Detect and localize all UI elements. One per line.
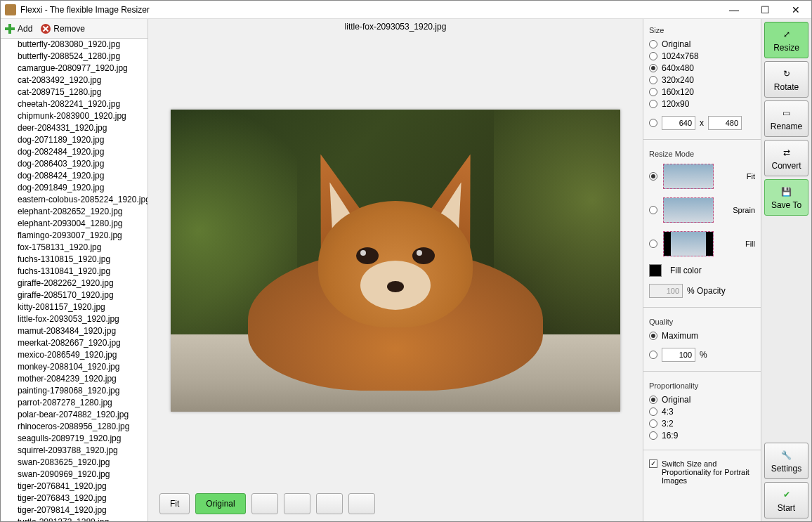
- tab-convert[interactable]: ⇄Convert: [764, 140, 808, 176]
- rotate-icon: ↻: [780, 67, 794, 81]
- file-item[interactable]: tiger-2076841_1920.jpg: [1, 481, 148, 492]
- file-item[interactable]: giraffe-2085170_1920.jpg: [1, 289, 148, 301]
- settings-button[interactable]: 🔧Settings: [764, 443, 808, 479]
- close-button[interactable]: ✕: [780, 1, 811, 19]
- file-item[interactable]: dog-2082484_1920.jpg: [1, 146, 148, 158]
- file-item[interactable]: little-fox-2093053_1920.jpg: [1, 313, 148, 325]
- file-item[interactable]: monkey-2088104_1920.jpg: [1, 361, 148, 373]
- file-list[interactable]: butterfly-2083080_1920.jpgbutterfly-2088…: [1, 39, 148, 521]
- mode-sprain-radio[interactable]: Sprain: [649, 197, 755, 223]
- quality-max-radio[interactable]: Maximum: [649, 331, 755, 341]
- prop-option[interactable]: 16:9: [649, 431, 755, 441]
- radio-icon: [649, 172, 657, 181]
- file-item[interactable]: dog-2086403_1920.jpg: [1, 158, 148, 170]
- radio-icon: [649, 332, 657, 340]
- file-item[interactable]: butterfly-2083080_1920.jpg: [1, 39, 148, 51]
- next-button[interactable]: [348, 493, 375, 514]
- file-item[interactable]: meerkat-2082667_1920.jpg: [1, 337, 148, 349]
- file-item[interactable]: butterfly-2088524_1280.jpg: [1, 51, 148, 63]
- file-item[interactable]: camargue-2080977_1920.jpg: [1, 63, 148, 74]
- prev-button[interactable]: [316, 493, 343, 514]
- file-item[interactable]: fox-1758131_1920.jpg: [1, 242, 148, 254]
- quality-custom-radio[interactable]: 100%: [649, 348, 755, 362]
- file-item[interactable]: elephant-2082652_1920.jpg: [1, 206, 148, 218]
- custom-height-input[interactable]: 480: [708, 116, 742, 130]
- size-option[interactable]: 120x90: [649, 99, 755, 109]
- mode-sprain-label: Sprain: [719, 206, 755, 214]
- maximize-button[interactable]: ☐: [749, 1, 780, 19]
- zoom-out-button[interactable]: [284, 493, 310, 514]
- file-item[interactable]: dog-2091849_1920.jpg: [1, 182, 148, 194]
- original-button[interactable]: Original: [195, 493, 245, 514]
- prop-title: Proportionality: [649, 381, 755, 390]
- size-custom-radio[interactable]: 640 x 480: [649, 116, 755, 130]
- size-option-label: 640x480: [662, 63, 694, 73]
- tab-save-to[interactable]: 💾Save To: [764, 179, 808, 216]
- prop-option[interactable]: Original: [649, 395, 755, 405]
- file-item[interactable]: tiger-2079814_1920.jpg: [1, 504, 148, 516]
- file-item[interactable]: elephant-2093004_1280.jpg: [1, 218, 148, 230]
- minimize-button[interactable]: —: [719, 1, 749, 19]
- file-item[interactable]: tiger-2076843_1920.jpg: [1, 492, 148, 504]
- file-item[interactable]: swan-2083625_1920.jpg: [1, 457, 148, 469]
- mode-sprain-thumb: [663, 197, 714, 223]
- file-item[interactable]: fuchs-1310815_1920.jpg: [1, 254, 148, 266]
- opacity-unit: % Opacity: [687, 286, 726, 296]
- opacity-input[interactable]: 100: [649, 284, 683, 298]
- add-button[interactable]: Add: [5, 24, 32, 34]
- save-icon: 💾: [780, 185, 794, 199]
- file-item[interactable]: eastern-colobus-2085224_1920.jpg: [1, 194, 148, 206]
- file-item[interactable]: turtle-2081273_1280.jpg: [1, 516, 148, 521]
- fill-color-swatch[interactable]: [649, 264, 662, 277]
- zoom-in-button[interactable]: [251, 493, 278, 514]
- mode-fit-radio[interactable]: Fit: [649, 164, 755, 189]
- action-panel: ⤢Resize ↻Rotate ▭Rename ⇄Convert 💾Save T…: [761, 19, 811, 521]
- file-item[interactable]: mexico-2086549_1920.jpg: [1, 349, 148, 361]
- tab-resize[interactable]: ⤢Resize: [764, 22, 808, 58]
- start-icon: ✔: [780, 488, 794, 502]
- file-item[interactable]: flamingo-2093007_1920.jpg: [1, 230, 148, 242]
- file-item[interactable]: cat-2089715_1280.jpg: [1, 86, 148, 98]
- file-item[interactable]: parrot-2087278_1280.jpg: [1, 397, 148, 409]
- radio-icon: [649, 52, 657, 60]
- file-item[interactable]: painting-1798068_1920.jpg: [1, 385, 148, 397]
- quality-input[interactable]: 100: [662, 348, 695, 362]
- file-item[interactable]: polar-bear-2074882_1920.jpg: [1, 409, 148, 421]
- file-item[interactable]: fuchs-1310841_1920.jpg: [1, 266, 148, 278]
- file-item[interactable]: cat-2083492_1920.jpg: [1, 74, 148, 86]
- preview-toolbar: Fit Original: [148, 486, 643, 521]
- size-option[interactable]: 1024x768: [649, 51, 755, 61]
- file-item[interactable]: mamut-2083484_1920.jpg: [1, 325, 148, 337]
- switch-checkbox[interactable]: [649, 459, 657, 468]
- file-item[interactable]: squirrel-2093788_1920.jpg: [1, 445, 148, 457]
- quality-max-label: Maximum: [662, 331, 698, 341]
- prop-option[interactable]: 4:3: [649, 407, 755, 417]
- file-item[interactable]: mother-2084239_1920.jpg: [1, 373, 148, 385]
- remove-icon: [41, 24, 51, 34]
- fit-button[interactable]: Fit: [159, 493, 190, 514]
- size-option[interactable]: 640x480: [649, 63, 755, 73]
- size-option[interactable]: 160x120: [649, 87, 755, 97]
- remove-button[interactable]: Remove: [41, 24, 85, 34]
- custom-width-input[interactable]: 640: [662, 116, 695, 130]
- tab-rename[interactable]: ▭Rename: [764, 100, 808, 137]
- file-item[interactable]: kitty-2081157_1920.jpg: [1, 301, 148, 313]
- start-button[interactable]: ✔Start: [764, 482, 808, 518]
- mode-fill-radio[interactable]: Fill: [649, 231, 755, 256]
- file-item[interactable]: rhinoceros-2088956_1280.jpg: [1, 421, 148, 433]
- preview-image: [171, 110, 620, 412]
- file-item[interactable]: dog-2071189_1920.jpg: [1, 134, 148, 146]
- file-item[interactable]: cheetah-2082241_1920.jpg: [1, 98, 148, 110]
- file-item[interactable]: giraffe-2082262_1920.jpg: [1, 278, 148, 289]
- radio-icon: [649, 431, 657, 440]
- size-option[interactable]: Original: [649, 39, 755, 49]
- file-item[interactable]: swan-2090969_1920.jpg: [1, 469, 148, 481]
- size-option[interactable]: 320x240: [649, 75, 755, 85]
- tab-rotate[interactable]: ↻Rotate: [764, 61, 808, 98]
- file-item[interactable]: seagulls-2089719_1920.jpg: [1, 433, 148, 445]
- file-item[interactable]: chipmunk-2083900_1920.jpg: [1, 110, 148, 122]
- file-item[interactable]: dog-2088424_1920.jpg: [1, 170, 148, 182]
- prop-option[interactable]: 3:2: [649, 419, 755, 429]
- file-item[interactable]: deer-2084331_1920.jpg: [1, 122, 148, 134]
- radio-icon: [649, 100, 657, 108]
